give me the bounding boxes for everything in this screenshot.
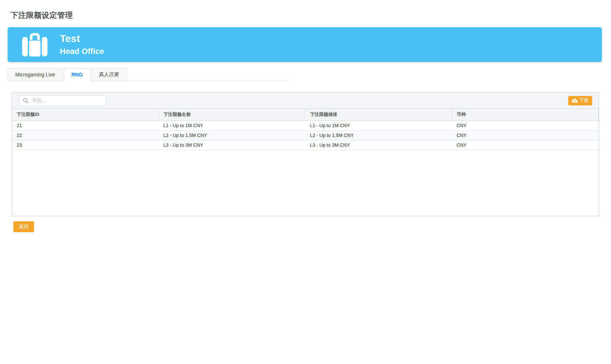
table-body: 21L1 - Up to 1M CNYL1 - Up to 1M CNYCNY2… xyxy=(12,121,599,150)
table-row[interactable]: 21L1 - Up to 1M CNYL1 - Up to 1M CNYCNY xyxy=(12,121,599,130)
tab-bar: Microgaming LiveRNG真人庄家 xyxy=(8,68,288,81)
table-cell: L1 - Up to 1M CNY xyxy=(158,121,305,130)
download-button[interactable]: 下载 xyxy=(568,96,592,105)
search-wrap xyxy=(19,95,106,106)
table-cell: CNY xyxy=(452,121,598,130)
bet-limits-table: 下注限额ID下注限额名称下注限额描述币种 21L1 - Up to 1M CNY… xyxy=(12,109,599,150)
table-cell: L2 - Up to 1.5M CNY xyxy=(305,130,452,140)
column-header-3: 币种 xyxy=(452,109,598,121)
tab-microgaming-live[interactable]: Microgaming Live xyxy=(8,68,63,81)
table-cell: L3 - Up to 3M CNY xyxy=(305,140,452,150)
merchant-name: Test xyxy=(60,33,104,45)
download-label: 下载 xyxy=(579,97,589,104)
tab-rng[interactable]: RNG xyxy=(64,68,90,81)
cloud-download-icon xyxy=(572,99,578,103)
page-title: 下注限额设定管理 xyxy=(11,10,611,20)
search-input[interactable] xyxy=(19,95,106,106)
tab-真人庄家[interactable]: 真人庄家 xyxy=(91,68,127,81)
table-cell: L3 - Up to 3M CNY xyxy=(158,140,305,150)
limits-panel: 下载 下注限额ID下注限额名称下注限额描述币种 21L1 - Up to 1M … xyxy=(12,92,599,216)
merchant-subtitle: Head Office xyxy=(60,47,104,56)
table-cell: L1 - Up to 1M CNY xyxy=(305,121,452,130)
briefcase-icon xyxy=(22,33,48,57)
table-cell: 21 xyxy=(12,121,158,130)
table-cell: 22 xyxy=(12,130,158,140)
column-header-0: 下注限额ID xyxy=(12,109,158,121)
column-header-2: 下注限额描述 xyxy=(305,109,452,121)
table-header-row: 下注限额ID下注限额名称下注限额描述币种 xyxy=(12,109,599,121)
table-cell: CNY xyxy=(452,130,598,140)
table-row[interactable]: 23L3 - Up to 3M CNYL3 - Up to 3M CNYCNY xyxy=(12,140,599,150)
merchant-banner: Test Head Office xyxy=(8,27,602,62)
column-header-1: 下注限额名称 xyxy=(158,109,305,121)
table-cell: 23 xyxy=(12,140,158,150)
table-cell: L2 - Up to 1.5M CNY xyxy=(158,130,305,140)
back-button[interactable]: 返回 xyxy=(13,221,34,232)
table-row[interactable]: 22L2 - Up to 1.5M CNYL2 - Up to 1.5M CNY… xyxy=(12,130,599,140)
panel-toolbar: 下载 xyxy=(12,93,599,109)
panel-empty-area xyxy=(12,150,599,216)
table-cell: CNY xyxy=(452,140,598,150)
